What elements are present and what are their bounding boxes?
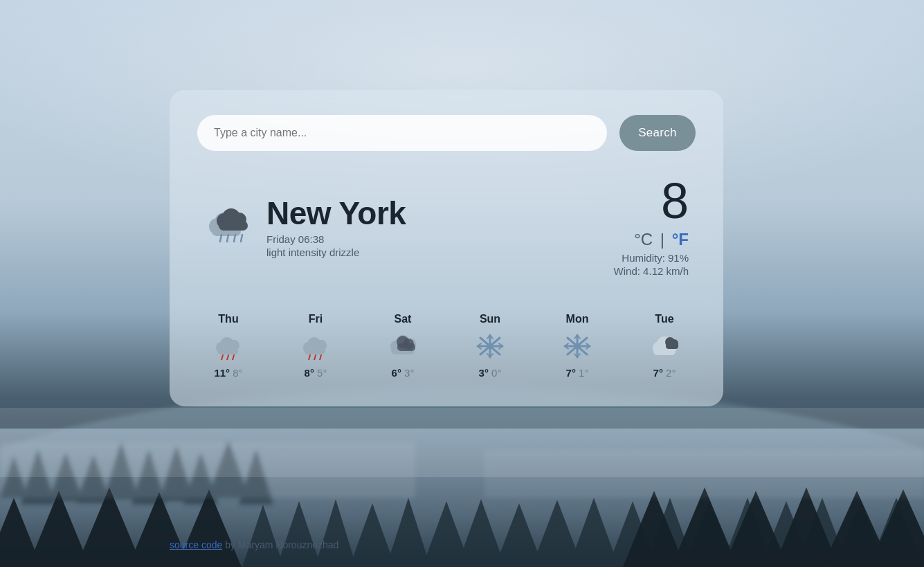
temperature-value: 8 — [543, 176, 689, 226]
forecast-hi: 8° — [305, 367, 314, 379]
forecast-hi: 3° — [479, 367, 489, 379]
search-row: Search — [197, 115, 696, 151]
svg-line-55 — [241, 235, 242, 242]
svg-point-102 — [574, 343, 580, 349]
forecast-lo: 2° — [666, 367, 676, 379]
city-search-input[interactable] — [197, 115, 607, 151]
forecast-day-thu: Thu 11° 8° — [197, 313, 260, 379]
svg-line-67 — [309, 355, 310, 360]
forecast-temps-sun: 3° 0° — [479, 367, 502, 379]
city-name: New York — [266, 195, 543, 232]
unit-toggle: °C | °F — [543, 230, 689, 249]
forecast-lo: 5° — [317, 367, 327, 379]
forecast-hi: 6° — [392, 367, 401, 379]
forecast-day-label: Thu — [218, 313, 238, 325]
forecast-lo: 3° — [404, 367, 414, 379]
svg-rect-109 — [666, 343, 678, 349]
forecast-icon-mon — [562, 332, 592, 360]
current-weather-icon-area — [197, 206, 260, 247]
forecast-icon-fri — [300, 332, 331, 360]
forecast-day-fri: Fri 8° 5° — [284, 313, 347, 379]
svg-rect-51 — [219, 221, 248, 231]
svg-line-60 — [221, 355, 223, 360]
forecast-day-sun: Sun 3° 0° — [459, 313, 521, 379]
forecast-temps-mon: 7° 1° — [566, 367, 589, 379]
svg-line-69 — [320, 355, 321, 360]
forecast-day-label: Tue — [655, 313, 673, 325]
forecast-temps-sat: 6° 3° — [392, 367, 415, 379]
footer-byline: by Maryam Norouznezhad — [222, 539, 338, 550]
svg-rect-59 — [217, 348, 238, 354]
svg-rect-66 — [305, 348, 325, 354]
svg-rect-76 — [397, 343, 415, 351]
svg-line-62 — [233, 355, 234, 360]
city-datetime: Friday 06:38 — [266, 233, 543, 245]
forecast-temps-tue: 7° 2° — [653, 367, 676, 379]
svg-line-61 — [227, 355, 228, 360]
current-weather-row: New York Friday 06:38 light intensity dr… — [197, 176, 696, 277]
wind-display: Wind: 4.12 km/h — [543, 265, 689, 277]
forecast-icon-thu — [213, 332, 244, 360]
forecast-day-tue: Tue 7° 2° — [633, 313, 696, 379]
city-info: New York Friday 06:38 light intensity dr… — [260, 195, 543, 258]
forecast-temps-thu: 11° 8° — [214, 367, 242, 379]
svg-rect-42 — [0, 442, 415, 498]
forecast-icon-sun — [475, 332, 505, 360]
fahrenheit-button[interactable]: °F — [672, 230, 689, 249]
svg-point-89 — [487, 343, 493, 349]
forecast-icon-sat — [388, 332, 418, 360]
temperature-column: 8 °C | °F Humidity: 91% Wind: 4.12 km/h — [543, 176, 696, 277]
weather-card: Search New — [170, 90, 723, 406]
footer: source code by Maryam Norouznezhad — [170, 539, 338, 550]
forecast-hi: 7° — [566, 367, 576, 379]
forecast-day-sat: Sat 6° 3° — [372, 313, 434, 379]
svg-line-68 — [314, 355, 316, 360]
svg-rect-43 — [484, 449, 924, 498]
drizzle-icon — [205, 206, 252, 247]
forecast-day-label: Mon — [566, 313, 589, 325]
unit-separator: | — [660, 230, 664, 249]
search-button[interactable]: Search — [619, 115, 696, 151]
forecast-row: Thu 11° 8° Fri — [197, 307, 696, 379]
forecast-lo: 8° — [233, 367, 242, 379]
forecast-day-label: Sat — [395, 313, 412, 325]
forecast-hi: 7° — [653, 367, 663, 379]
forecast-lo: 0° — [491, 367, 501, 379]
humidity-display: Humidity: 91% — [543, 252, 689, 264]
forecast-hi: 11° — [214, 367, 230, 379]
celsius-button[interactable]: °C — [634, 230, 653, 249]
forecast-day-label: Sun — [480, 313, 500, 325]
forecast-lo: 1° — [579, 367, 588, 379]
forecast-day-mon: Mon 7° 1° — [546, 313, 608, 379]
forecast-day-label: Fri — [309, 313, 323, 325]
forecast-temps-fri: 8° 5° — [305, 367, 327, 379]
source-code-link[interactable]: source code — [170, 539, 222, 550]
city-description: light intensity drizzle — [266, 246, 543, 258]
forecast-icon-tue — [649, 332, 680, 360]
